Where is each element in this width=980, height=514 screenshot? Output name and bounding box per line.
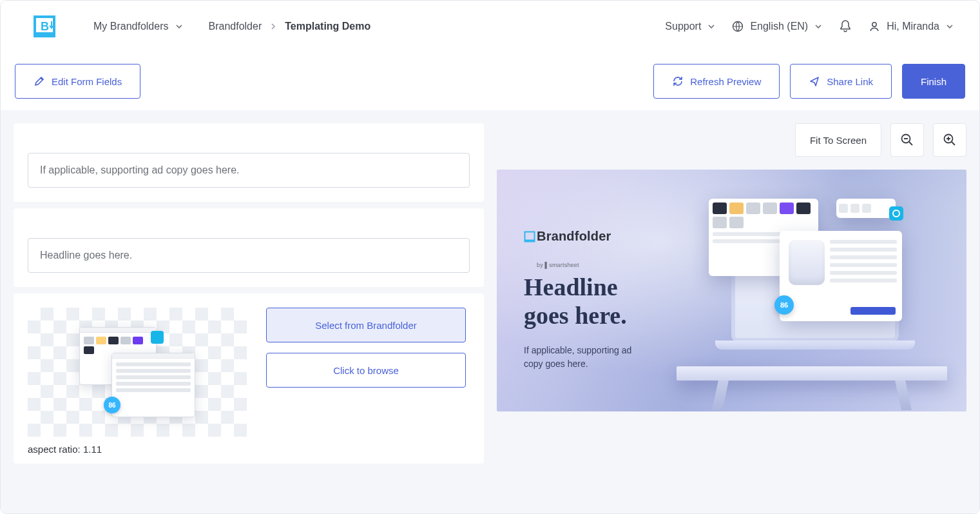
breadcrumb: Brandfolder Templating Demo bbox=[209, 21, 371, 32]
svg-rect-8 bbox=[525, 239, 535, 241]
nav-left: My Brandfolders Brandfolder Templating D… bbox=[93, 21, 370, 32]
share-icon bbox=[809, 75, 820, 87]
breadcrumb-parent[interactable]: Brandfolder bbox=[209, 21, 262, 32]
image-picker-buttons: Select from Brandfolder Click to browse bbox=[266, 308, 466, 388]
preview-badge: 86 bbox=[774, 295, 794, 315]
share-link-button[interactable]: Share Link bbox=[790, 64, 892, 99]
zoom-out-icon bbox=[900, 133, 914, 147]
finish-label: Finish bbox=[921, 76, 946, 87]
headline-card bbox=[14, 208, 484, 287]
language-menu[interactable]: English (EN) bbox=[732, 21, 822, 32]
zoom-in-icon bbox=[943, 133, 957, 147]
svg-text:B: B bbox=[41, 20, 49, 33]
preview-floating-toolbar-icon bbox=[836, 199, 896, 218]
chevron-down-icon bbox=[707, 23, 715, 30]
click-to-browse-button[interactable]: Click to browse bbox=[266, 353, 466, 388]
top-nav: B My Brandfolders Brandfolder Templating… bbox=[1, 1, 979, 52]
thumbnail-mock-icon: 86 bbox=[73, 321, 202, 424]
zoom-in-button[interactable] bbox=[933, 123, 966, 157]
refresh-preview-label: Refresh Preview bbox=[690, 76, 761, 87]
select-from-brandfolder-label: Select from Brandfolder bbox=[315, 320, 417, 331]
user-menu[interactable]: Hi, Miranda bbox=[869, 21, 954, 32]
preview-accent-chip-icon bbox=[889, 206, 903, 221]
image-picker-card: 86 Select from Brandfolder Click to brow… bbox=[14, 293, 484, 464]
bell-icon bbox=[839, 19, 852, 34]
headline-input[interactable] bbox=[28, 238, 470, 273]
supporting-copy-input[interactable] bbox=[28, 153, 470, 188]
share-link-label: Share Link bbox=[827, 76, 873, 87]
language-label: English (EN) bbox=[750, 21, 808, 32]
main-split: 86 Select from Brandfolder Click to brow… bbox=[1, 110, 979, 513]
action-bar: Edit Form Fields Refresh Preview Share L… bbox=[1, 52, 979, 110]
nav-right: Support English (EN) bbox=[665, 19, 954, 34]
fit-to-screen-label: Fit To Screen bbox=[810, 135, 867, 146]
aspect-ratio-label: aspect ratio: 1.11 bbox=[28, 444, 102, 455]
refresh-icon bbox=[672, 75, 684, 87]
refresh-preview-button[interactable]: Refresh Preview bbox=[653, 64, 780, 99]
image-thumbnail: 86 bbox=[28, 308, 247, 437]
support-menu[interactable]: Support bbox=[665, 21, 715, 32]
chevron-down-icon bbox=[175, 23, 183, 30]
preview-logo: Brandfolder bbox=[524, 229, 631, 244]
form-column: 86 Select from Brandfolder Click to brow… bbox=[1, 110, 484, 513]
preview-headline: Headline goes here. bbox=[524, 273, 631, 330]
chevron-down-icon bbox=[814, 23, 822, 30]
preview-text-block: Brandfolder by ▌smartsheet Headline goes… bbox=[524, 229, 631, 371]
preview-column: Fit To Screen bbox=[484, 110, 979, 513]
user-greeting: Hi, Miranda bbox=[887, 21, 939, 32]
brandfolder-logo-icon: B bbox=[33, 15, 56, 38]
edit-form-fields-button[interactable]: Edit Form Fields bbox=[15, 64, 140, 99]
template-preview: Brandfolder by ▌smartsheet Headline goes… bbox=[497, 170, 966, 411]
click-to-browse-label: Click to browse bbox=[333, 365, 399, 376]
supporting-copy-card bbox=[14, 123, 484, 202]
preview-floating-window-2-icon bbox=[780, 231, 902, 321]
user-icon bbox=[869, 21, 880, 32]
chevron-down-icon bbox=[946, 23, 954, 30]
edit-form-fields-label: Edit Form Fields bbox=[52, 76, 122, 87]
preview-logo-sub: by ▌smartsheet bbox=[537, 262, 631, 268]
pencil-icon bbox=[34, 75, 45, 87]
finish-button[interactable]: Finish bbox=[902, 64, 965, 99]
zoom-out-button[interactable] bbox=[890, 123, 924, 157]
brandfolder-mark-icon bbox=[524, 231, 535, 242]
preview-logo-word: Brandfolder bbox=[537, 229, 611, 244]
select-from-brandfolder-button[interactable]: Select from Brandfolder bbox=[266, 308, 466, 342]
preview-toolbar: Fit To Screen bbox=[497, 123, 966, 157]
chevron-right-icon bbox=[271, 23, 276, 30]
breadcrumb-current: Templating Demo bbox=[285, 21, 370, 32]
preview-subcopy: If applicable, supporting ad copy goes h… bbox=[524, 344, 631, 371]
thumb-badge: 86 bbox=[104, 397, 120, 413]
notifications-button[interactable] bbox=[839, 19, 852, 34]
globe-icon bbox=[732, 21, 744, 32]
svg-point-4 bbox=[872, 23, 876, 26]
app-frame: B My Brandfolders Brandfolder Templating… bbox=[0, 0, 980, 514]
fit-to-screen-button[interactable]: Fit To Screen bbox=[795, 123, 881, 157]
my-brandfolders-menu[interactable]: My Brandfolders bbox=[93, 21, 183, 32]
preview-shelf-icon bbox=[677, 366, 947, 381]
support-label: Support bbox=[665, 21, 701, 32]
my-brandfolders-label: My Brandfolders bbox=[93, 21, 169, 32]
